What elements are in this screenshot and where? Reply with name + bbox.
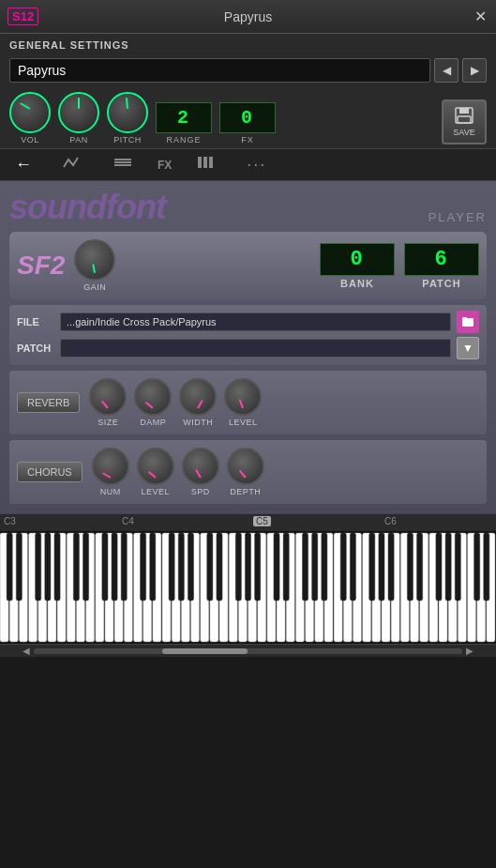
piano-svg: [0, 531, 496, 644]
scroll-right-button[interactable]: ▶: [462, 646, 477, 656]
reverb-width-knob[interactable]: [179, 378, 217, 416]
piano-keyboard[interactable]: [0, 531, 496, 644]
pitch-knob[interactable]: [107, 92, 148, 133]
svg-rect-86: [312, 533, 318, 601]
chorus-depth-indicator: [238, 470, 246, 479]
reverb-damp-knob[interactable]: [134, 378, 172, 416]
patch-row: PATCH ▼: [17, 337, 479, 359]
chorus-spd-knob[interactable]: [182, 448, 219, 485]
pitch-knob-group: PITCH: [107, 92, 148, 145]
svg-rect-83: [274, 533, 279, 601]
svg-rect-98: [474, 533, 480, 601]
bank-patch-row: 0 BANK 6 PATCH: [125, 243, 479, 289]
reverb-width-label: WIDTH: [183, 418, 213, 427]
svg-rect-93: [407, 533, 413, 601]
folder-icon: [461, 315, 474, 328]
nav-tab-fx[interactable]: FX: [158, 159, 172, 172]
svg-rect-79: [217, 533, 222, 601]
svg-rect-80: [235, 533, 241, 601]
chorus-num-knob[interactable]: [92, 448, 129, 485]
reverb-size-knob[interactable]: [89, 378, 127, 416]
svg-rect-94: [417, 533, 423, 601]
svg-rect-97: [455, 533, 460, 601]
piano-label-c5: C5: [253, 516, 271, 526]
chorus-level-knob[interactable]: [137, 448, 174, 485]
reverb-knobs: SIZE DAMP WIDTH: [89, 378, 262, 427]
scrollbar-track[interactable]: [34, 648, 462, 654]
patch-display-group: 6 PATCH: [404, 243, 479, 289]
svg-rect-81: [245, 533, 250, 601]
range-display-group: 2 RANGE: [156, 102, 212, 145]
scroll-left-button[interactable]: ◀: [19, 646, 34, 656]
reverb-damp-label: DAMP: [140, 418, 166, 427]
fx-display[interactable]: 0: [219, 102, 276, 133]
svg-rect-85: [302, 533, 308, 601]
reverb-section: REVERB SIZE DAMP: [9, 371, 487, 434]
vol-label: VOL: [21, 135, 39, 145]
close-button[interactable]: ✕: [474, 8, 487, 25]
save-button[interactable]: SAVE: [442, 99, 487, 145]
chorus-spd-indicator: [195, 469, 202, 479]
svg-rect-1: [459, 108, 469, 114]
reverb-level-knob[interactable]: [224, 378, 262, 416]
app-logo: S12: [8, 8, 38, 25]
svg-rect-7: [203, 157, 207, 168]
file-label: FILE: [17, 316, 54, 327]
preset-name-input[interactable]: [9, 58, 430, 83]
svg-rect-71: [112, 533, 117, 601]
reverb-level-group: LEVEL: [224, 378, 262, 427]
svg-rect-72: [121, 533, 127, 601]
svg-rect-87: [322, 533, 327, 601]
file-browse-button[interactable]: [457, 311, 479, 333]
chorus-depth-label: DEPTH: [230, 487, 261, 496]
range-display[interactable]: 2: [156, 102, 212, 133]
reverb-size-label: SIZE: [98, 418, 118, 427]
chorus-num-label: NUM: [100, 487, 121, 496]
patch-display[interactable]: 6: [404, 243, 479, 276]
pitch-indicator: [126, 98, 128, 109]
svg-rect-84: [283, 533, 289, 601]
svg-rect-63: [7, 533, 12, 601]
nav-tab-more[interactable]: ···: [241, 153, 272, 176]
vol-knob[interactable]: [9, 92, 51, 133]
svg-rect-76: [178, 533, 184, 601]
chorus-level-indicator: [147, 471, 156, 479]
preset-next-button[interactable]: ▶: [462, 58, 487, 83]
gain-label: GAIN: [83, 282, 106, 292]
nav-tab-env[interactable]: [56, 154, 88, 176]
nav-tab-back[interactable]: ←: [9, 153, 38, 176]
svg-rect-99: [484, 533, 489, 601]
svg-rect-64: [16, 533, 22, 601]
gain-knob[interactable]: [74, 239, 115, 281]
pan-knob[interactable]: [58, 92, 99, 133]
file-input[interactable]: [60, 312, 451, 331]
svg-rect-82: [255, 533, 261, 601]
general-settings-header: GENERAL SETTINGS: [0, 34, 496, 58]
chorus-button[interactable]: CHORUS: [17, 462, 83, 482]
svg-rect-91: [379, 533, 384, 601]
svg-rect-69: [83, 533, 89, 601]
piano-labels-row: C3 C4 C5 C6: [0, 513, 496, 531]
reverb-width-group: WIDTH: [179, 378, 217, 427]
pan-label: PAN: [69, 135, 87, 145]
patch-filter-button[interactable]: ▼: [457, 337, 479, 359]
reverb-damp-indicator: [145, 402, 154, 409]
chorus-spd-group: SPD: [182, 448, 219, 496]
svg-rect-89: [350, 533, 355, 601]
soundfont-title: soundfont: [9, 190, 166, 224]
bank-display[interactable]: 0: [320, 243, 395, 276]
chorus-depth-knob[interactable]: [227, 448, 264, 485]
svg-rect-67: [54, 533, 60, 601]
patch-input[interactable]: [60, 339, 451, 358]
scrollbar-thumb[interactable]: [162, 648, 248, 654]
reverb-size-group: SIZE: [89, 378, 127, 427]
chorus-depth-group: DEPTH: [227, 448, 264, 496]
soundfont-player-label: PLAYER: [428, 210, 487, 224]
reverb-button[interactable]: REVERB: [17, 392, 80, 413]
svg-rect-65: [36, 533, 41, 601]
preset-prev-button[interactable]: ◀: [434, 58, 458, 83]
nav-tab-mod[interactable]: [107, 153, 139, 176]
nav-tab-seq[interactable]: [190, 153, 222, 176]
sf2-logo: SF2: [17, 251, 65, 281]
gain-indicator: [93, 264, 97, 273]
